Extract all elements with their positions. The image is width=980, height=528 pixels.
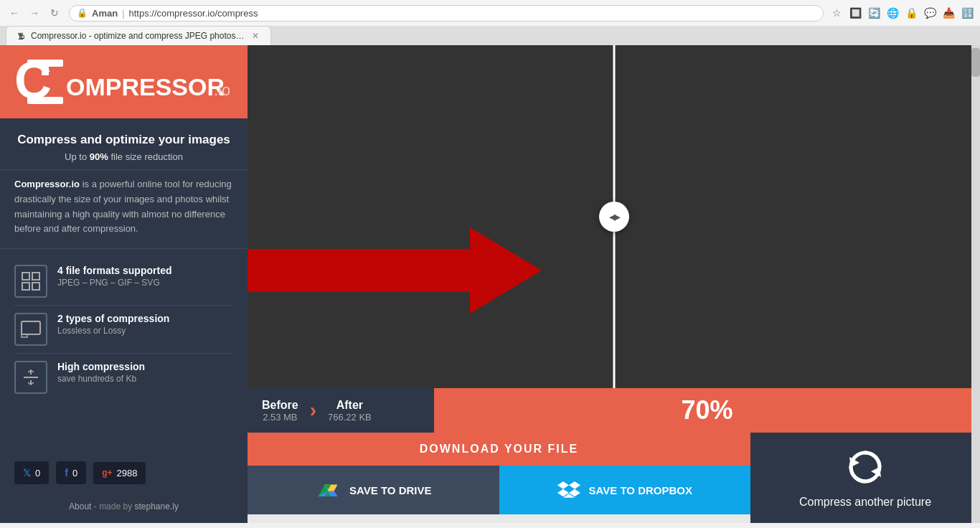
svg-marker-37 bbox=[248, 227, 542, 314]
main-content: ORIGINAL ◂▸ bbox=[248, 45, 980, 523]
feature-formats-title: 4 file formats supported bbox=[57, 265, 171, 276]
extension-icon-7[interactable]: 🔢 bbox=[960, 6, 974, 20]
svg-rect-11 bbox=[22, 334, 27, 337]
before-label: Before bbox=[262, 399, 298, 412]
twitter-count: 0 bbox=[35, 468, 40, 478]
sidebar-tagline: Compress and optimize your images Up to … bbox=[0, 118, 248, 169]
forward-button[interactable]: → bbox=[26, 4, 43, 22]
nav-buttons: ← → ↻ bbox=[6, 4, 63, 22]
google-drive-icon bbox=[315, 477, 341, 503]
feature-compression: 2 types of compression Lossless or Lossy bbox=[14, 306, 233, 354]
after-stat: After 766.22 KB bbox=[328, 399, 372, 423]
gplus-icon: g+ bbox=[102, 468, 112, 478]
svg-rect-9 bbox=[32, 283, 39, 290]
compression-icon bbox=[14, 313, 47, 346]
gplus-button[interactable]: g+ 2988 bbox=[93, 462, 146, 484]
before-value: 2.53 MB bbox=[262, 412, 298, 423]
sidebar-description: Compressor.io is a powerful online tool … bbox=[0, 169, 248, 249]
tagline-sub-bold: 90% bbox=[90, 151, 108, 162]
compress-another-button[interactable]: Compress another picture bbox=[750, 433, 980, 523]
percent-text: 70% bbox=[681, 395, 732, 425]
save-dropbox-label: SAVE TO DROPBOX bbox=[589, 484, 692, 496]
sidebar-footer: About - made by stephane.ly bbox=[0, 496, 248, 523]
svg-rect-10 bbox=[22, 321, 40, 334]
sidebar-features: 4 file formats supported JPEG – PNG – GI… bbox=[0, 249, 248, 410]
facebook-button[interactable]: f 0 bbox=[56, 461, 86, 484]
page-wrapper: C OMPRESSOR .io Compress and optimize yo… bbox=[0, 45, 980, 523]
feature-compression-subtitle: Lossless or Lossy bbox=[57, 326, 169, 336]
svg-rect-6 bbox=[22, 273, 29, 280]
gplus-count: 2988 bbox=[116, 468, 137, 478]
facebook-icon: f bbox=[65, 467, 68, 478]
back-button[interactable]: ← bbox=[6, 4, 23, 22]
active-tab[interactable]: 🗜 Compressor.io - optimize and compress … bbox=[6, 26, 271, 45]
browser-chrome: ← → ↻ 🔒 Aman | https://compressor.io/com… bbox=[0, 0, 980, 45]
feature-highcomp: High compression save hundreds of Kb bbox=[14, 354, 233, 401]
tagline-sub-prefix: Up to bbox=[65, 151, 90, 162]
url-text: https://compressor.io/compress bbox=[129, 8, 258, 19]
browser-toolbar: ← → ↻ 🔒 Aman | https://compressor.io/com… bbox=[0, 0, 980, 26]
feature-formats: 4 file formats supported JPEG – PNG – GI… bbox=[14, 258, 233, 306]
twitter-icon: 𝕏 bbox=[23, 467, 31, 478]
sidebar: C OMPRESSOR .io Compress and optimize yo… bbox=[0, 45, 248, 523]
extension-icon-3[interactable]: 🌐 bbox=[885, 6, 900, 20]
download-section: DOWNLOAD YOUR FILE SAVE TO DRIVE bbox=[248, 433, 980, 523]
logo-svg: C OMPRESSOR .io bbox=[14, 57, 230, 107]
save-options: SAVE TO DRIVE SAVE TO DROPBOX bbox=[248, 466, 750, 514]
address-bar[interactable]: 🔒 Aman | https://compressor.io/compress bbox=[69, 5, 824, 22]
tab-favicon: 🗜 bbox=[18, 32, 25, 40]
extension-icon-5[interactable]: 💬 bbox=[923, 6, 937, 20]
svg-rect-2 bbox=[42, 60, 49, 75]
divider-arrows-icon: ◂▸ bbox=[609, 209, 619, 225]
twitter-button[interactable]: 𝕏 0 bbox=[14, 461, 49, 484]
feature-formats-subtitle: JPEG – PNG – GIF – SVG bbox=[57, 278, 171, 288]
extension-icon-1[interactable]: 🔲 bbox=[848, 6, 862, 20]
save-to-drive-button[interactable]: SAVE TO DRIVE bbox=[248, 466, 499, 514]
sidebar-social: 𝕏 0 f 0 g+ 2988 bbox=[0, 450, 248, 496]
stats-bar: Before 2.53 MB › After 766.22 KB 70% bbox=[248, 388, 980, 433]
extension-icon-4[interactable]: 🔒 bbox=[904, 6, 918, 20]
before-after-stats: Before 2.53 MB › After 766.22 KB bbox=[248, 388, 434, 433]
tab-bar: 🗜 Compressor.io - optimize and compress … bbox=[0, 26, 980, 45]
feature-compression-title: 2 types of compression bbox=[57, 313, 169, 324]
about-link[interactable]: About bbox=[69, 501, 91, 512]
footer-made: - made by bbox=[94, 501, 135, 512]
brand-name: Compressor.io bbox=[14, 179, 80, 189]
toolbar-icons: ☆ 🔲 🔄 🌐 🔒 💬 📥 🔢 bbox=[829, 6, 974, 20]
feature-highcomp-text: High compression save hundreds of Kb bbox=[57, 361, 145, 384]
feature-highcomp-subtitle: save hundreds of Kb bbox=[57, 374, 145, 384]
stats-percent: 70% bbox=[434, 388, 980, 433]
download-button[interactable]: DOWNLOAD YOUR FILE bbox=[248, 433, 750, 466]
tagline-main: Compress and optimize your images bbox=[14, 133, 233, 147]
tab-close-icon[interactable]: ✕ bbox=[252, 31, 259, 41]
extension-icon-2[interactable]: 🔄 bbox=[867, 6, 881, 20]
svg-text:.io: .io bbox=[214, 81, 230, 99]
formats-icon bbox=[14, 265, 47, 298]
logo-area: C OMPRESSOR .io bbox=[0, 45, 248, 118]
extension-icon-6[interactable]: 📥 bbox=[941, 6, 956, 20]
scrollbar-thumb[interactable] bbox=[971, 48, 980, 77]
facebook-count: 0 bbox=[72, 468, 77, 478]
bookmark-icon[interactable]: ☆ bbox=[829, 6, 844, 20]
stephane-link[interactable]: stephane.ly bbox=[135, 501, 179, 512]
svg-rect-8 bbox=[22, 283, 29, 290]
svg-text:OMPRESSOR: OMPRESSOR bbox=[66, 73, 225, 100]
refresh-button[interactable]: ↻ bbox=[46, 4, 63, 22]
url-separator: | bbox=[122, 8, 124, 19]
feature-compression-text: 2 types of compression Lossless or Lossy bbox=[57, 313, 169, 336]
tab-title: Compressor.io - optimize and compress JP… bbox=[31, 31, 246, 41]
arrow-annotation bbox=[248, 213, 542, 331]
tagline-sub: Up to 90% file size reduction bbox=[14, 151, 233, 162]
comparison-handle[interactable]: ◂▸ bbox=[599, 202, 629, 232]
after-value: 766.22 KB bbox=[328, 412, 372, 423]
compress-another-label: Compress another picture bbox=[799, 496, 931, 509]
save-drive-label: SAVE TO DRIVE bbox=[349, 484, 431, 496]
dropbox-icon bbox=[557, 478, 580, 501]
scrollbar[interactable] bbox=[971, 45, 980, 523]
highcomp-icon bbox=[14, 361, 47, 394]
download-left: DOWNLOAD YOUR FILE SAVE TO DRIVE bbox=[248, 433, 750, 523]
feature-formats-text: 4 file formats supported JPEG – PNG – GI… bbox=[57, 265, 171, 288]
save-to-dropbox-button[interactable]: SAVE TO DROPBOX bbox=[499, 466, 751, 514]
lock-icon: 🔒 bbox=[77, 8, 88, 18]
tab-user-label: Aman bbox=[92, 8, 118, 19]
